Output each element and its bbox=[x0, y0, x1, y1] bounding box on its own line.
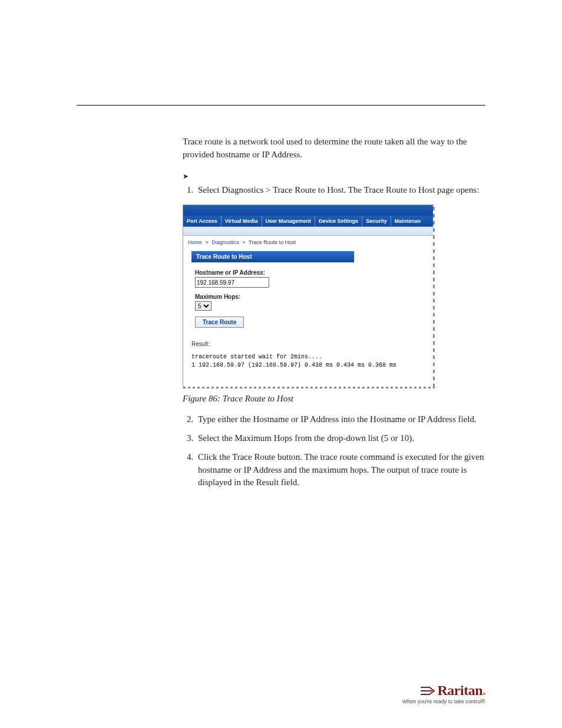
torn-edge bbox=[183, 387, 435, 388]
torn-edge bbox=[433, 205, 435, 387]
maxhops-select[interactable]: 5 bbox=[195, 301, 211, 311]
procedure-bullet: ➤ bbox=[183, 172, 485, 180]
sub-toolbar bbox=[183, 226, 434, 236]
tab-maintenance[interactable]: Maintenan bbox=[391, 216, 425, 226]
crumb-home[interactable]: Home bbox=[188, 239, 202, 245]
breadcrumb: Home > Diagnostics > Trace Route to Host bbox=[183, 236, 434, 251]
step-4: Click the Trace Route button. The trace … bbox=[196, 451, 485, 489]
tab-user-mgmt[interactable]: User Management bbox=[262, 216, 315, 226]
main-tabs: Port Access Virtual Media User Managemen… bbox=[183, 216, 434, 226]
step-1: Select Diagnostics > Trace Route to Host… bbox=[196, 184, 485, 197]
panel-title: Trace Route to Host bbox=[191, 251, 354, 262]
tab-security[interactable]: Security bbox=[362, 216, 391, 226]
app-screenshot: Port Access Virtual Media User Managemen… bbox=[183, 205, 434, 388]
tab-virtual-media[interactable]: Virtual Media bbox=[221, 216, 262, 226]
raritan-logo-icon bbox=[420, 685, 435, 697]
result-label: Result: bbox=[191, 341, 425, 347]
step-list-b: Type either the Hostname or IP Address i… bbox=[183, 413, 485, 489]
brand-name: Raritan bbox=[438, 683, 486, 699]
step-list-a: Select Diagnostics > Trace Route to Host… bbox=[183, 184, 485, 197]
trace-route-button[interactable]: Trace Route bbox=[195, 317, 244, 328]
step-2: Type either the Hostname or IP Address i… bbox=[196, 413, 485, 426]
footer-logo: Raritan When you're ready to take contro… bbox=[402, 683, 485, 704]
tab-port-access[interactable]: Port Access bbox=[183, 216, 221, 226]
maxhops-label: Maximum Hops: bbox=[195, 294, 422, 300]
brand-tagline: When you're ready to take control® bbox=[402, 699, 485, 704]
figure-caption: Figure 86: Trace Route to Host bbox=[183, 394, 485, 404]
crumb-current: Trace Route to Host bbox=[249, 239, 296, 245]
title-bar bbox=[183, 205, 434, 216]
hostname-label: Hostname or IP Address: bbox=[195, 269, 422, 276]
hostname-input[interactable] bbox=[195, 277, 269, 288]
intro-paragraph: Trace route is a network tool used to de… bbox=[183, 136, 485, 162]
result-output: traceroute started wait for 2mins.... 1 … bbox=[191, 353, 425, 370]
tab-device[interactable]: Device Settings bbox=[315, 216, 362, 226]
crumb-diagnostics[interactable]: Diagnostics bbox=[211, 239, 239, 245]
step-3: Select the Maximum Hops from the drop-do… bbox=[196, 432, 485, 445]
